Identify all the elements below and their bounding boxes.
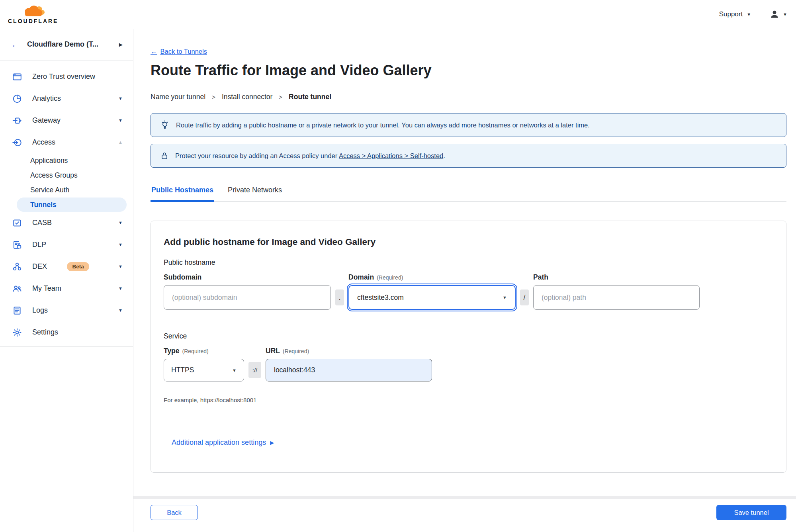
top-bar: CLOUDFLARE Support ▼ ▼ bbox=[0, 0, 796, 29]
subdomain-label: Subdomain bbox=[164, 273, 331, 282]
sidebar-nav: Zero Trust overview Analytics ▼ Gateway … bbox=[0, 61, 133, 347]
user-icon bbox=[769, 9, 780, 20]
additional-application-settings-toggle[interactable]: Additional application settings ▶ bbox=[172, 438, 274, 447]
tab-private-networks[interactable]: Private Networks bbox=[227, 186, 283, 201]
service-label: Service bbox=[164, 332, 773, 340]
card-heading: Add public hostname for Image and Video … bbox=[164, 237, 773, 247]
sidebar-item-logs[interactable]: Logs ▼ bbox=[0, 299, 133, 321]
analytics-icon bbox=[12, 94, 22, 104]
logs-icon bbox=[12, 305, 22, 316]
footer-actions: Back Save tunnel bbox=[151, 505, 786, 520]
chevron-down-icon: ▼ bbox=[503, 295, 507, 300]
breadcrumb-separator: > bbox=[212, 94, 215, 100]
page-title: Route Traffic for Image and Video Galler… bbox=[151, 62, 786, 79]
back-to-tunnels-link[interactable]: ← Back to Tunnels bbox=[151, 48, 207, 55]
access-icon bbox=[12, 137, 22, 148]
chevron-down-icon: ▼ bbox=[747, 12, 751, 17]
dex-icon bbox=[12, 262, 22, 272]
scheme-separator: :// bbox=[248, 362, 261, 378]
service-type-value: HTTPS bbox=[171, 366, 194, 374]
hostname-field-row: Subdomain . Domain(Required) cftestsite3… bbox=[164, 273, 773, 310]
domain-select[interactable]: cftestsite3.com ▼ bbox=[348, 285, 516, 310]
sidebar-item-access-groups[interactable]: Access Groups bbox=[0, 168, 133, 183]
access-applications-self-hosted-link[interactable]: Access > Applications > Self-hosted bbox=[339, 152, 443, 159]
casb-icon bbox=[12, 218, 22, 228]
access-policy-text: Protect your resource by adding an Acces… bbox=[175, 152, 445, 160]
sidebar-item-dex[interactable]: DEX Beta ▼ bbox=[0, 256, 133, 278]
subdomain-input[interactable] bbox=[164, 285, 331, 310]
user-menu[interactable]: ▼ bbox=[769, 9, 787, 20]
sidebar-item-dlp[interactable]: DLP ▼ bbox=[0, 234, 133, 256]
triangle-right-icon[interactable]: ▶ bbox=[119, 42, 123, 47]
lock-icon bbox=[160, 151, 169, 160]
bottom-divider-strip bbox=[133, 496, 796, 499]
tab-public-hostnames[interactable]: Public Hostnames bbox=[151, 186, 214, 202]
sidebar-item-settings[interactable]: Settings bbox=[0, 321, 133, 343]
chevron-down-icon: ▼ bbox=[118, 243, 123, 247]
sidebar-item-analytics[interactable]: Analytics ▼ bbox=[0, 88, 133, 110]
beta-badge: Beta bbox=[67, 262, 89, 271]
tip-banner-text: Route traffic by adding a public hostnam… bbox=[176, 121, 590, 129]
breadcrumb-separator: > bbox=[279, 94, 282, 100]
url-example-text: For example, https://localhost:8001 bbox=[164, 397, 773, 403]
back-arrow-icon[interactable]: ← bbox=[11, 40, 20, 49]
breadcrumb-step-name-your-tunnel[interactable]: Name your tunnel bbox=[151, 93, 205, 101]
support-label: Support bbox=[719, 10, 743, 18]
path-input[interactable] bbox=[533, 285, 700, 310]
sidebar: ← Cloudflare Demo (T... ▶ Zero Trust ove… bbox=[0, 29, 133, 532]
domain-required-hint: (Required) bbox=[377, 274, 403, 281]
sidebar-item-applications[interactable]: Applications bbox=[0, 153, 133, 168]
public-hostname-card: Add public hostname for Image and Video … bbox=[151, 221, 786, 473]
chevron-down-icon: ▼ bbox=[118, 286, 123, 291]
lightbulb-icon bbox=[160, 120, 170, 130]
chevron-down-icon: ▼ bbox=[118, 96, 123, 101]
public-hostname-label: Public hostname bbox=[164, 258, 773, 267]
service-url-input[interactable] bbox=[266, 359, 432, 381]
sidebar-item-my-team[interactable]: My Team ▼ bbox=[0, 278, 133, 299]
gear-icon bbox=[12, 327, 22, 338]
breadcrumb-step-install-connector[interactable]: Install connector bbox=[222, 93, 272, 101]
url-label: URL(Required) bbox=[266, 347, 432, 355]
type-label: Type(Required) bbox=[164, 347, 244, 355]
tip-banner: Route traffic by adding a public hostnam… bbox=[151, 113, 786, 137]
slash-separator: / bbox=[520, 289, 529, 305]
domain-label: Domain(Required) bbox=[348, 273, 516, 282]
team-icon bbox=[12, 284, 22, 294]
sidebar-item-tunnels-active[interactable]: Tunnels bbox=[17, 198, 127, 212]
save-tunnel-button[interactable]: Save tunnel bbox=[716, 505, 786, 520]
service-field-row: Type(Required) HTTPS ▼ :// URL(Required) bbox=[164, 347, 773, 381]
sidebar-item-gateway[interactable]: Gateway ▼ bbox=[0, 110, 133, 131]
access-policy-banner: Protect your resource by adding an Acces… bbox=[151, 144, 786, 168]
tab-bar: Public Hostnames Private Networks bbox=[151, 186, 786, 201]
domain-select-value: cftestsite3.com bbox=[357, 293, 404, 302]
dlp-icon bbox=[12, 240, 22, 250]
chevron-down-icon: ▼ bbox=[118, 221, 123, 225]
breadcrumb-step-route-tunnel: Route tunnel bbox=[289, 93, 331, 101]
breadcrumb: Name your tunnel > Install connector > R… bbox=[151, 93, 786, 101]
service-type-select[interactable]: HTTPS ▼ bbox=[164, 359, 244, 381]
account-switcher[interactable]: ← Cloudflare Demo (T... ▶ bbox=[0, 29, 133, 61]
path-label: Path bbox=[533, 273, 700, 282]
gateway-icon bbox=[12, 115, 22, 126]
sidebar-divider bbox=[0, 346, 133, 347]
back-arrow-icon: ← bbox=[151, 48, 157, 55]
sidebar-item-service-auth[interactable]: Service Auth bbox=[0, 183, 133, 198]
main-content: ← Back to Tunnels Route Traffic for Imag… bbox=[133, 29, 796, 532]
sidebar-item-casb[interactable]: CASB ▼ bbox=[0, 212, 133, 234]
card-divider bbox=[164, 412, 773, 412]
back-button[interactable]: Back bbox=[151, 505, 198, 520]
support-menu[interactable]: Support ▼ bbox=[719, 10, 751, 18]
triangle-right-icon: ▶ bbox=[270, 440, 274, 446]
sidebar-item-access[interactable]: Access ▲ bbox=[0, 131, 133, 153]
dot-separator: . bbox=[335, 289, 344, 305]
chevron-down-icon: ▼ bbox=[118, 264, 123, 269]
cloudflare-cloud-icon bbox=[20, 4, 46, 19]
account-name: Cloudflare Demo (T... bbox=[27, 40, 112, 49]
chevron-down-icon: ▼ bbox=[232, 368, 237, 373]
cloudflare-logo[interactable]: CLOUDFLARE bbox=[8, 4, 58, 24]
chevron-down-icon: ▼ bbox=[783, 12, 787, 17]
chevron-down-icon: ▼ bbox=[118, 308, 123, 313]
url-required-hint: (Required) bbox=[283, 348, 309, 354]
overview-icon bbox=[12, 72, 22, 82]
sidebar-item-zero-trust-overview[interactable]: Zero Trust overview bbox=[0, 66, 133, 88]
